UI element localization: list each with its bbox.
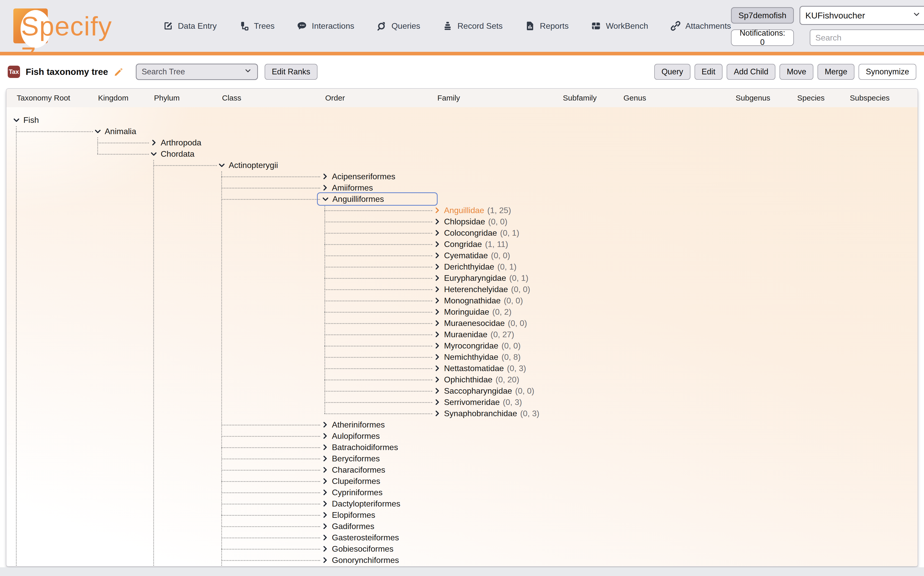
taxon-name: Derichthyidae (444, 262, 494, 272)
tree-connector-line (221, 447, 320, 448)
tree-node-synaphobranchidae[interactable]: Synaphobranchidae(0, 3) (433, 407, 539, 420)
tree-connector-line (16, 126, 17, 567)
chevron-right-icon[interactable] (433, 240, 441, 248)
chevron-right-icon[interactable] (433, 285, 441, 293)
taxon-name: Chlopsidae (444, 217, 485, 226)
user-button[interactable]: Sp7demofish (731, 7, 794, 24)
column-headers: Taxonomy RootKingdomPhylumClassOrderFami… (6, 89, 918, 107)
chevron-right-icon[interactable] (321, 466, 329, 474)
nav-label: Interactions (312, 21, 354, 31)
column-header-phylum: Phylum (154, 89, 180, 107)
tree-connector-line (324, 391, 432, 392)
chevron-right-icon[interactable] (433, 308, 441, 316)
tree-connector-line (324, 244, 432, 245)
tree-node-gonorynchiformes[interactable]: Gonorynchiformes (321, 554, 399, 567)
move-button[interactable]: Move (780, 64, 813, 80)
chevron-down-icon[interactable] (150, 150, 157, 158)
tree-connector-line (324, 323, 432, 324)
tree-connector-line (97, 142, 149, 143)
tree-node-animalia[interactable]: Animalia (94, 125, 136, 138)
chevron-right-icon[interactable] (321, 522, 329, 530)
chevron-right-icon[interactable] (433, 331, 441, 338)
chevron-right-icon[interactable] (321, 455, 329, 462)
chevron-right-icon[interactable] (321, 511, 329, 519)
chevron-right-icon[interactable] (321, 432, 329, 440)
column-header-subspecies: Subspecies (850, 89, 890, 107)
tree-connector-line (324, 357, 432, 358)
specify-logo[interactable]: Specify 7 (9, 5, 129, 46)
taxon-name: Eurypharyngidae (444, 274, 506, 283)
taxon-counts: (0, 20) (496, 375, 519, 384)
chevron-right-icon[interactable] (321, 500, 329, 507)
chevron-right-icon[interactable] (433, 319, 441, 327)
taxon-name: Nemichthyidae (444, 352, 499, 362)
chevron-right-icon[interactable] (321, 184, 329, 192)
express-search-input[interactable] (810, 29, 924, 46)
chevron-down-icon[interactable] (13, 116, 20, 124)
chevron-down-icon[interactable] (94, 128, 102, 135)
chevron-right-icon[interactable] (433, 353, 441, 361)
nav-item-trees[interactable]: Trees (239, 21, 274, 31)
query-button[interactable]: Query (654, 64, 690, 80)
tree-node-actinopterygii[interactable]: Actinopterygii (218, 158, 278, 172)
chevron-right-icon[interactable] (433, 218, 441, 226)
taxon-name: Colocongridae (444, 228, 497, 238)
chevron-right-icon[interactable] (433, 263, 441, 270)
nav-item-attachments[interactable]: Attachments (670, 21, 731, 31)
tree-search-select[interactable]: Search Tree (136, 64, 258, 80)
merge-button[interactable]: Merge (818, 64, 855, 80)
synonymize-button[interactable]: Synonymize (858, 64, 916, 80)
chevron-right-icon[interactable] (321, 421, 329, 429)
taxon-name: Aulopiformes (332, 431, 380, 441)
add-child-button[interactable]: Add Child (727, 64, 775, 80)
nav-label: Queries (391, 21, 420, 31)
chevron-right-icon[interactable] (433, 206, 441, 214)
chevron-right-icon[interactable] (150, 139, 157, 146)
tree-node-chordata[interactable]: Chordata (150, 147, 194, 160)
nav-item-record-sets[interactable]: Record Sets (442, 21, 502, 31)
chevron-right-icon[interactable] (321, 477, 329, 485)
nav-item-interactions[interactable]: Interactions (297, 21, 354, 31)
taxon-name: Arthropoda (161, 138, 201, 147)
tree-node-anguilliformes[interactable]: Anguilliformes (317, 192, 438, 206)
taxon-counts: (0, 0) (491, 251, 510, 260)
nav-label: Record Sets (457, 21, 502, 31)
chevron-right-icon[interactable] (433, 297, 441, 304)
chevron-right-icon[interactable] (433, 274, 441, 282)
chevron-right-icon[interactable] (321, 556, 329, 564)
nav-item-workbench[interactable]: WorkBench (590, 21, 648, 31)
tree-connector-line (221, 504, 320, 504)
tree-connector-line (221, 176, 320, 177)
chevron-down-icon[interactable] (322, 195, 329, 203)
chevron-right-icon[interactable] (433, 376, 441, 383)
chevron-right-icon[interactable] (321, 443, 329, 451)
chevron-right-icon[interactable] (433, 410, 441, 417)
chevron-right-icon[interactable] (433, 365, 441, 372)
chevron-right-icon[interactable] (433, 229, 441, 237)
chevron-right-icon[interactable] (433, 398, 441, 406)
chevron-down-icon[interactable] (218, 161, 226, 169)
tree-connector-line (324, 413, 432, 414)
tree-connector-line (324, 346, 432, 346)
edit-pencil-icon[interactable] (114, 67, 124, 77)
edit-button[interactable]: Edit (695, 64, 722, 80)
nav-item-reports[interactable]: Reports (525, 21, 568, 31)
nav-item-data-entry[interactable]: Data Entry (163, 21, 217, 31)
chevron-right-icon[interactable] (433, 342, 441, 350)
nav-item-queries[interactable]: Queries (376, 21, 420, 31)
notifications-button[interactable]: Notifications: 0 (731, 29, 794, 46)
taxon-name: Amiiformes (332, 183, 373, 193)
pencil-square-icon (163, 21, 173, 31)
bottom-strip (0, 567, 924, 576)
collection-select[interactable]: KUFishvoucher (799, 6, 924, 25)
chevron-right-icon[interactable] (321, 545, 329, 553)
chevron-right-icon[interactable] (321, 534, 329, 541)
edit-ranks-button[interactable]: Edit Ranks (265, 64, 318, 80)
taxonomy-tree-panel: Taxonomy RootKingdomPhylumClassOrderFami… (6, 88, 918, 567)
taxon-counts: (0, 0) (502, 341, 521, 350)
chevron-right-icon[interactable] (321, 173, 329, 180)
tree-node-fish[interactable]: Fish (13, 114, 39, 127)
chevron-right-icon[interactable] (433, 251, 441, 259)
chevron-right-icon[interactable] (321, 488, 329, 496)
chevron-right-icon[interactable] (433, 387, 441, 395)
